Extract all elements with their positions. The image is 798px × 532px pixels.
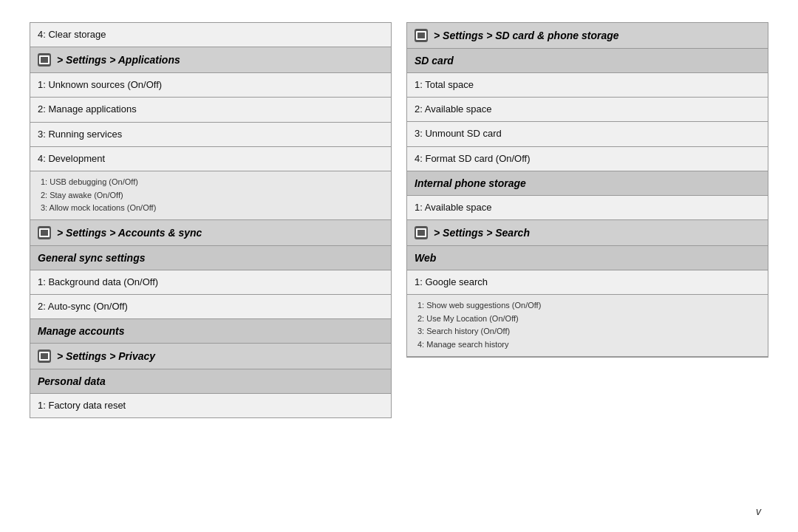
row-10: 1: Google search [407,270,768,295]
nav-header-text: > Settings > Accounts & sync [57,227,202,239]
nav-header-text: > Settings > Applications [57,54,180,66]
row-4: 3: Running services [30,123,391,147]
row-4: 3: Unmount SD card [407,122,768,146]
nav-header-text: > Settings > Privacy [57,350,155,362]
row-8: General sync settings [30,246,391,270]
row-3: 2: Manage applications [30,98,391,122]
row-9: Web [407,246,768,270]
nav-header-text: > Settings > SD card & phone storage [434,30,619,41]
row-1: SD card [407,49,768,73]
footer-label: v [756,505,761,517]
row-14: 1: Factory data reset [30,394,391,417]
row-1: > Settings > Applications [30,47,391,73]
row-13: Personal data [30,369,391,394]
row-7: > Settings > Accounts & sync [30,220,391,246]
row-2: 1: Unknown sources (On/Off) [30,73,391,98]
row-7: 1: Available space [407,196,768,220]
settings-icon [38,226,51,239]
settings-icon [415,29,428,42]
row-3: 2: Available space [407,98,768,122]
page-container: 4: Clear storage > Settings > Applicatio… [0,0,798,532]
settings-icon [38,349,51,363]
nav-header-text: > Settings > Search [434,227,530,239]
row-5: 4: Format SD card (On/Off) [407,147,768,171]
row-6: Internal phone storage [407,171,768,196]
row-0: 4: Clear storage [30,23,391,47]
row-0: > Settings > SD card & phone storage [407,23,768,49]
row-8: > Settings > Search [407,220,768,246]
row-11: 1: Show web suggestions (On/Off)2: Use M… [407,295,768,356]
settings-icon [38,53,51,66]
right-column: > Settings > SD card & phone storageSD c… [406,22,768,358]
row-11: Manage accounts [30,319,391,344]
settings-icon [415,226,428,239]
row-12: > Settings > Privacy [30,344,391,369]
row-2: 1: Total space [407,73,768,98]
row-6: 1: USB debugging (On/Off)2: Stay awake (… [30,171,391,220]
row-10: 2: Auto-sync (On/Off) [30,295,391,319]
left-column: 4: Clear storage > Settings > Applicatio… [30,22,392,418]
row-9: 1: Background data (On/Off) [30,270,391,295]
row-5: 4: Development [30,147,391,171]
